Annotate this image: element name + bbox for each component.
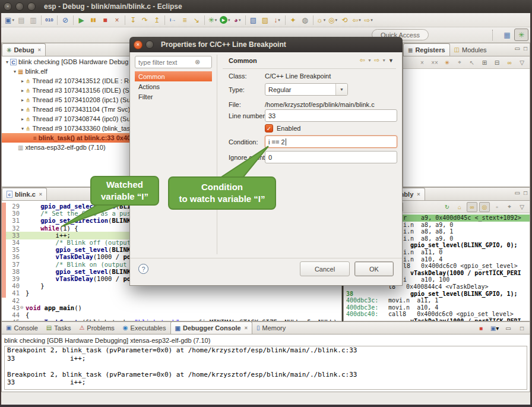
tree-expander-icon[interactable]: ▾ bbox=[4, 59, 10, 65]
terminate-console-button[interactable]: ■ bbox=[476, 323, 486, 333]
tree-expander-icon[interactable]: ▸ bbox=[20, 107, 26, 112]
minimize-icon[interactable]: ▭ bbox=[515, 190, 520, 196]
tree-expander-icon[interactable]: ▾ bbox=[20, 126, 26, 131]
tab-console[interactable]: ▣Console bbox=[2, 321, 42, 334]
window-close-button[interactable]: × bbox=[4, 2, 12, 11]
collapse-all-button[interactable]: ⊟ bbox=[492, 58, 502, 68]
maximize-icon[interactable]: □ bbox=[524, 45, 527, 52]
back-icon[interactable]: ⇦ bbox=[360, 56, 365, 64]
disconnect-button[interactable]: × bbox=[111, 14, 123, 26]
tab-executables[interactable]: ◉Executables bbox=[119, 321, 170, 334]
clear-filter-icon[interactable]: ⊗ bbox=[195, 58, 200, 66]
dialog-nav-filter[interactable]: Filter bbox=[135, 92, 212, 102]
tab-debug[interactable]: ✳ Debug × bbox=[2, 43, 46, 56]
cpp-perspective-button[interactable]: ▦ bbox=[500, 29, 514, 41]
close-icon[interactable]: × bbox=[245, 325, 248, 331]
save-all-button[interactable]: ▥ bbox=[27, 14, 39, 26]
chevron-down-icon[interactable]: ▼ bbox=[368, 58, 372, 62]
minimize-icon[interactable]: ▭ bbox=[515, 45, 520, 52]
registers-content[interactable] bbox=[403, 70, 530, 187]
save-button[interactable]: ▤ bbox=[15, 14, 27, 26]
last-edit-location-button[interactable]: ⟲ bbox=[339, 14, 351, 26]
dialog-nav-actions[interactable]: Actions bbox=[135, 81, 212, 92]
dialog-minimize-button[interactable] bbox=[145, 40, 154, 49]
tab-problems[interactable]: ⚠Problems bbox=[75, 321, 118, 334]
pin-button[interactable]: ⌖ bbox=[504, 202, 515, 212]
fold-marker-icon[interactable]: ⊖ bbox=[20, 304, 23, 310]
resume-button[interactable]: ▶ bbox=[75, 14, 87, 26]
tab-modules[interactable]: ◫Modules bbox=[450, 43, 491, 56]
profile-button[interactable]: ◕▾ bbox=[232, 14, 243, 26]
pin-button[interactable]: ⌖ bbox=[454, 58, 465, 68]
remove-all-registers-button[interactable]: ×× bbox=[429, 58, 440, 68]
condition-field[interactable]: i == 2 bbox=[265, 135, 397, 148]
pointer-button[interactable]: ↖ bbox=[467, 58, 477, 68]
ignore-count-field[interactable]: 0 bbox=[265, 151, 397, 163]
display-selected-console-button[interactable]: ▣▾ bbox=[489, 323, 500, 333]
suspend-button[interactable]: ▮▮ bbox=[87, 14, 99, 26]
tree-expander-icon[interactable]: ▸ bbox=[20, 116, 26, 122]
new-view-button[interactable]: ▫ bbox=[492, 202, 502, 212]
native-registers-button[interactable]: ✳ bbox=[442, 58, 452, 68]
window-maximize-button[interactable] bbox=[27, 2, 36, 11]
tree-expander-icon[interactable]: ▸ bbox=[20, 78, 26, 84]
use-step-filters-button[interactable]: ↘ bbox=[191, 14, 202, 26]
chevron-down-icon[interactable]: ▼ bbox=[382, 58, 386, 62]
brush-button[interactable]: ✦ bbox=[287, 14, 299, 26]
step-return-button[interactable]: ↥ bbox=[151, 14, 163, 26]
open-folder-button[interactable]: ▨ bbox=[259, 14, 271, 26]
world-button[interactable]: ◍ bbox=[299, 14, 311, 26]
view-menu-icon[interactable]: ▼ bbox=[388, 58, 394, 64]
close-icon[interactable]: × bbox=[417, 191, 420, 197]
run-button[interactable]: ▶▾ bbox=[218, 14, 232, 26]
external-tools-button[interactable]: ☼▾ bbox=[315, 14, 327, 26]
skip-all-breakpoints-button[interactable]: ⊘ bbox=[59, 14, 71, 26]
run-last-tool-button[interactable]: ◎▾ bbox=[327, 14, 339, 26]
link-with-debug-button[interactable]: ∞ bbox=[504, 58, 515, 68]
remove-register-button[interactable]: × bbox=[417, 58, 428, 68]
forward-icon[interactable]: ⇨ bbox=[374, 56, 379, 64]
type-select[interactable]: Regular ▼ bbox=[265, 83, 348, 96]
debug-perspective-button[interactable]: ✳ bbox=[514, 29, 528, 41]
link-pc-button[interactable]: ∞ bbox=[467, 202, 477, 212]
view-menu-button[interactable]: ▽ bbox=[517, 202, 527, 212]
home-button[interactable]: ⌂ bbox=[454, 202, 465, 212]
tree-expander-icon[interactable]: ▸ bbox=[20, 88, 26, 93]
view-menu-button[interactable]: ▽ bbox=[517, 58, 527, 68]
new-c-project-button[interactable]: ▧ bbox=[248, 14, 259, 26]
tab-memory[interactable]: ▯Memory bbox=[252, 321, 290, 334]
drop-to-frame-button[interactable]: ≡ bbox=[179, 14, 191, 26]
flash-download-button[interactable]: ↓▾ bbox=[271, 14, 283, 26]
dialog-nav-common[interactable]: Common bbox=[135, 71, 212, 81]
dialog-close-button[interactable]: × bbox=[134, 40, 142, 49]
debug-button[interactable]: ✳▾ bbox=[207, 14, 218, 26]
back-button[interactable]: ⇦▾ bbox=[351, 14, 363, 26]
cancel-button[interactable]: Cancel bbox=[300, 261, 350, 276]
tab-registers[interactable]: ≣Registers bbox=[403, 43, 450, 56]
refresh-button[interactable]: ↻ bbox=[442, 202, 452, 212]
line-number-field[interactable]: 33 bbox=[265, 109, 397, 122]
binary-console-button[interactable]: 010 bbox=[43, 14, 55, 26]
console-output[interactable]: Breakpoint 2, blink_task (pvParameter=0x… bbox=[4, 346, 527, 390]
step-into-button[interactable]: ↧ bbox=[127, 14, 139, 26]
ok-button[interactable]: OK bbox=[354, 261, 394, 276]
tab-debugger-console[interactable]: ▣Debugger Console× bbox=[170, 321, 253, 334]
tree-expander-icon[interactable]: ▸ bbox=[20, 97, 26, 103]
tab-tasks[interactable]: ▤Tasks bbox=[42, 321, 75, 334]
expand-all-button[interactable]: ⊞ bbox=[479, 58, 490, 68]
enabled-checkbox[interactable]: ✓ bbox=[265, 124, 273, 132]
new-wizard-button[interactable]: ▣▾ bbox=[4, 14, 15, 26]
track-expression-button[interactable]: ◎ bbox=[479, 202, 490, 212]
instruction-stepping-button[interactable]: i→ bbox=[167, 14, 179, 26]
terminate-button[interactable]: ■ bbox=[99, 14, 111, 26]
window-minimize-button[interactable] bbox=[15, 2, 24, 11]
forward-button[interactable]: ⇨▾ bbox=[363, 14, 375, 26]
maximize-button[interactable]: □ bbox=[517, 323, 527, 333]
tab-blink-c[interactable]: c blink.c × bbox=[2, 188, 47, 200]
step-over-button[interactable]: ↷ bbox=[139, 14, 151, 26]
close-icon[interactable]: × bbox=[39, 191, 42, 197]
minimize-button[interactable]: ▭ bbox=[503, 323, 514, 333]
maximize-icon[interactable]: □ bbox=[524, 190, 527, 196]
tree-expander-icon[interactable]: ▾ bbox=[12, 69, 18, 74]
close-icon[interactable]: × bbox=[38, 47, 41, 53]
